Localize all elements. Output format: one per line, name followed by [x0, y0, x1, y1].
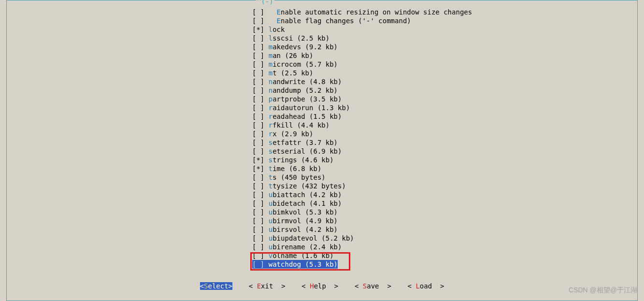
menu-item[interactable]: [ ] partprobe (3.5 kb)	[252, 95, 472, 103]
checkbox-bracket[interactable]: [ ]	[252, 34, 264, 42]
menu-item[interactable]: [ ] setfattr (3.7 kb)	[252, 138, 472, 147]
menu-item-label: birmvol (4.9 kb)	[272, 217, 338, 225]
checkbox-bracket[interactable]: [ ]	[252, 147, 264, 155]
menu-item[interactable]: [ ] raidautorun (1.3 kb)	[252, 103, 472, 112]
menu-item-label: bimkvol (5.3 kb)	[272, 208, 338, 216]
menu-item[interactable]: [*] lock	[252, 25, 472, 34]
menu-item[interactable]: [ ] man (26 kb)	[252, 51, 472, 60]
checkbox-bracket[interactable]: [ ]	[252, 86, 264, 94]
checkbox-bracket[interactable]: [ ]	[252, 243, 264, 251]
menu-item-label: ock	[272, 26, 285, 33]
checkbox-bracket[interactable]: [ ]	[252, 104, 264, 112]
indent	[264, 173, 268, 181]
hotkey-char: E	[277, 17, 281, 25]
button-open-bracket: <	[249, 282, 257, 290]
indent	[264, 139, 268, 146]
checkbox-bracket[interactable]: [ ]	[252, 60, 264, 68]
checkbox-bracket[interactable]: [ ]	[252, 130, 264, 138]
menu-item[interactable]: [ ] readahead (1.5 kb)	[252, 112, 472, 121]
menu-item[interactable]: [ ] ubiupdatevol (5.2 kb)	[252, 234, 472, 243]
button-open-bracket: <	[200, 282, 204, 290]
checkbox-bracket[interactable]: [ ]	[252, 191, 264, 199]
checkbox-bracket[interactable]: [ ]	[252, 173, 264, 181]
menu-item[interactable]: [ ] Enable flag changes ('-' command)	[252, 16, 472, 25]
hotkey-char: u	[269, 191, 272, 199]
menu-item-label: etserial (6.9 kb)	[272, 147, 342, 155]
hotkey-char: r	[269, 104, 272, 112]
checkbox-bracket[interactable]: [ ]	[252, 139, 264, 146]
hotkey-char: v	[269, 252, 272, 259]
checkbox-bracket[interactable]: [ ]	[252, 95, 264, 103]
load-button[interactable]: < Load >	[408, 282, 444, 290]
menu-item[interactable]: [ ] ubimkvol (5.3 kb)	[252, 208, 472, 216]
menu-item[interactable]: [ ] volname (1.6 kb)	[252, 251, 472, 260]
checkbox-bracket[interactable]: [ ]	[252, 200, 264, 207]
menu-item[interactable]: [ ] ubirsvol (4.2 kb)	[252, 225, 472, 234]
hotkey-char: n	[269, 78, 272, 86]
menu-item-label: nable flag changes ('-' command)	[281, 17, 411, 25]
checkbox-bracket[interactable]: [*]	[252, 156, 264, 164]
hotkey-char: u	[269, 208, 272, 216]
checkbox-bracket[interactable]: [ ]	[252, 182, 264, 190]
hotkey-char: r	[269, 113, 272, 120]
checkbox-bracket[interactable]: [ ]	[252, 43, 264, 51]
menu-item[interactable]: [ ] rfkill (4.4 kb)	[252, 121, 472, 129]
help-button[interactable]: < Help >	[301, 282, 338, 290]
checkbox-bracket[interactable]: [ ]	[252, 69, 264, 77]
checkbox-bracket[interactable]: [ ]	[252, 52, 264, 59]
menu-item[interactable]: [ ] rx (2.9 kb)	[252, 129, 472, 138]
panel-border	[637, 0, 638, 301]
menu-item-label: andwrite (4.8 kb)	[272, 78, 342, 86]
hotkey-char: w	[269, 260, 272, 268]
menu-item-label: biattach (4.2 kb)	[272, 191, 342, 199]
checkbox-bracket[interactable]: [ ]	[252, 260, 264, 268]
menu-item[interactable]: [ ] setserial (6.9 kb)	[252, 147, 472, 156]
menu-item[interactable]: [ ] nandwrite (4.8 kb)	[252, 77, 472, 86]
menu-item[interactable]: [ ] watchdog (5.3 kb)	[252, 260, 338, 269]
hotkey-char: u	[269, 243, 272, 251]
menu-item[interactable]: [ ] ubirename (2.4 kb)	[252, 243, 472, 251]
menu-item-label: tysize (432 bytes)	[272, 182, 346, 190]
menu-item-label: anddump (5.2 kb)	[272, 86, 338, 94]
indent	[264, 86, 268, 94]
panel-border	[6, 0, 638, 0]
menu-item[interactable]: [ ] mt (2.5 kb)	[252, 69, 472, 77]
menu-item[interactable]: [*] time (6.8 kb)	[252, 164, 472, 173]
hotkey-char: n	[269, 86, 272, 94]
menu-item[interactable]: [ ] ubidetach (4.1 kb)	[252, 199, 472, 208]
save-button[interactable]: < Save >	[355, 282, 391, 290]
exit-button[interactable]: < Exit >	[249, 282, 286, 290]
menu-item-label: atchdog (5.3 kb)	[272, 260, 338, 268]
menu-item[interactable]: [ ] makedevs (9.2 kb)	[252, 43, 472, 51]
menu-item[interactable]: [ ] microcom (5.7 kb)	[252, 60, 472, 69]
checkbox-bracket[interactable]: [*]	[252, 26, 264, 33]
checkbox-bracket[interactable]: [ ]	[252, 226, 264, 233]
checkbox-bracket[interactable]: [ ]	[252, 252, 264, 259]
checkbox-bracket[interactable]: [ ]	[252, 234, 264, 242]
indent	[264, 182, 268, 190]
menu-item[interactable]: [ ] Enable automatic resizing on window …	[252, 8, 472, 16]
checkbox-bracket[interactable]: [ ]	[252, 17, 264, 25]
menu-item[interactable]: [ ] ubiattach (4.2 kb)	[252, 190, 472, 199]
button-open-bracket: <	[301, 282, 310, 290]
checkbox-bracket[interactable]: [ ]	[252, 113, 264, 120]
menu-item[interactable]: [ ] ubirmvol (4.9 kb)	[252, 216, 472, 225]
button-close-bracket: >	[383, 282, 391, 290]
menu-item[interactable]: [ ] nanddump (5.2 kb)	[252, 86, 472, 95]
menu-item-label: ime (6.8 kb)	[272, 165, 321, 172]
hotkey-char: u	[269, 234, 272, 242]
indent	[264, 217, 268, 225]
checkbox-bracket[interactable]: [*]	[252, 165, 264, 172]
checkbox-bracket[interactable]: [ ]	[252, 8, 264, 16]
menu-item[interactable]: [ ] lsscsi (2.5 kb)	[252, 34, 472, 43]
checkbox-bracket[interactable]: [ ]	[252, 121, 264, 129]
hotkey-char: t	[269, 173, 272, 181]
checkbox-bracket[interactable]: [ ]	[252, 208, 264, 216]
menu-item[interactable]: [ ] ttysize (432 bytes)	[252, 182, 472, 190]
hotkey-char: L	[415, 282, 419, 290]
menu-item[interactable]: [*] strings (4.6 kb)	[252, 156, 472, 164]
checkbox-bracket[interactable]: [ ]	[252, 217, 264, 225]
select-button[interactable]: <Select>	[200, 282, 232, 290]
menu-item[interactable]: [ ] ts (450 bytes)	[252, 173, 472, 182]
checkbox-bracket[interactable]: [ ]	[252, 78, 264, 86]
